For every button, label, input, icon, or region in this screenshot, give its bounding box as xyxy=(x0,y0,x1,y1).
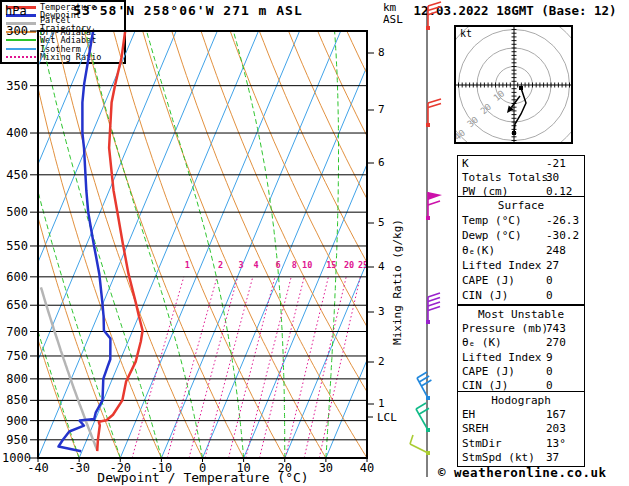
mixing-ratio-value-label: 3 xyxy=(238,260,243,270)
table-row: SREH203 xyxy=(458,422,584,435)
hodograph-marker xyxy=(519,86,523,90)
hodograph-trace xyxy=(514,88,526,133)
mixing-ratio-line xyxy=(205,277,253,458)
temperature-curve xyxy=(97,31,142,451)
temperature-tick-label: -40 xyxy=(21,461,55,475)
mixing-ratio-line xyxy=(189,277,238,458)
table-row-value: 248 xyxy=(546,244,566,257)
pressure-tick-label: 950 xyxy=(2,433,28,447)
km-tick-label: 6 xyxy=(378,156,385,169)
hodograph-ring-label: 30 xyxy=(465,115,480,130)
table-row: Lifted Index27 xyxy=(458,259,584,272)
dewpoint-curve xyxy=(59,31,111,451)
table-row-value: 0 xyxy=(546,365,553,378)
stats-table-surface: SurfaceTemp (°C)-26.3Dewp (°C)-30.2θₑ(K)… xyxy=(457,196,585,305)
table-row-label: CIN (J) xyxy=(462,289,508,302)
table-header: Most Unstable xyxy=(458,308,584,321)
hodograph-unit-label: kt xyxy=(460,28,472,39)
wind-barb xyxy=(416,403,430,432)
wet-adiabat-line xyxy=(326,31,339,458)
valid-time-title: 12.03.2022 18GMT (Base: 12) xyxy=(402,3,628,18)
temperature-tick-label: 10 xyxy=(227,461,261,475)
wind-barb xyxy=(426,99,441,127)
mixing-ratio-axis-title: Mixing Ratio (g/kg) xyxy=(391,219,404,345)
table-header: Surface xyxy=(458,199,584,212)
mixing-ratio-line xyxy=(304,277,346,458)
legend-item: Mixing Ratio xyxy=(2,53,124,61)
table-row: StmSpd (kt)37 xyxy=(458,451,584,464)
table-row: θₑ (K)270 xyxy=(458,336,584,349)
hodograph-ring xyxy=(477,48,551,122)
table-row-value: -21 xyxy=(546,157,566,170)
pressure-tick-label: 450 xyxy=(2,168,28,182)
mixing-ratio-value-label: 8 xyxy=(292,260,297,270)
mixing-ratio-value-label: 6 xyxy=(276,260,281,270)
table-row-label: K xyxy=(462,157,469,170)
isotherm-line xyxy=(38,31,217,458)
pressure-tick-label: 400 xyxy=(2,126,28,140)
table-row: EH167 xyxy=(458,408,584,421)
pressure-tick-label: 800 xyxy=(2,372,28,386)
mixing-ratio-value-label: 1 xyxy=(185,260,190,270)
pressure-tick-label: 850 xyxy=(2,393,28,407)
table-row-label: θₑ(K) xyxy=(462,244,495,257)
pressure-tick-label: 550 xyxy=(2,239,28,253)
legend-swatch-isotherm xyxy=(6,48,36,50)
km-tick-label: 2 xyxy=(378,355,385,368)
table-row-value: 9 xyxy=(546,351,553,364)
hodograph-ring-label: 20 xyxy=(479,102,494,117)
parcel-trajectory-curve xyxy=(41,287,97,450)
table-row-value: 37 xyxy=(546,451,559,464)
wind-barb xyxy=(426,192,442,220)
km-tick-label: 5 xyxy=(378,216,385,229)
plot-border xyxy=(38,31,367,458)
km-tick-label: 8 xyxy=(378,46,385,59)
km-tick-label: 3 xyxy=(378,305,385,318)
mixing-ratio-value-label: 20 xyxy=(344,260,354,270)
temperature-tick-label: 0 xyxy=(186,461,220,475)
mixing-ratio-line xyxy=(285,277,328,458)
mixing-ratio-value-label: 4 xyxy=(254,260,259,270)
pressure-tick-label: 700 xyxy=(2,325,28,339)
pressure-tick-label: 350 xyxy=(2,79,28,93)
table-row: Dewp (°C)-30.2 xyxy=(458,229,584,242)
lcl-label: LCL xyxy=(377,411,397,424)
table-row-value: -26.3 xyxy=(546,214,579,227)
mixing-ratio-line xyxy=(260,277,305,458)
isotherm-line xyxy=(120,31,299,458)
stats-table-most-unstable: Most UnstablePressure (mb)743θₑ (K)270Li… xyxy=(457,305,585,395)
mixing-ratio-line xyxy=(319,277,360,458)
hodograph-arrowhead xyxy=(507,105,514,113)
pressure-tick-label: 900 xyxy=(2,414,28,428)
credit-watermark: © weatheronline.co.uk xyxy=(438,465,607,480)
sounding-screenshot: 1234681015202510203040 hPa 53°58'N 258°0… xyxy=(0,0,629,486)
isotherm-line xyxy=(203,31,382,458)
hodograph-marker xyxy=(512,131,516,135)
mixing-ratio-value-label: 15 xyxy=(326,260,336,270)
mixing-ratio-line xyxy=(246,277,292,458)
legend-swatch-wet-adiabat xyxy=(6,39,36,41)
table-row-value: 13° xyxy=(546,437,566,450)
wet-adiabat-line xyxy=(40,31,161,458)
table-row-value: -30.2 xyxy=(546,229,579,242)
table-row-value: 30 xyxy=(546,171,559,184)
wind-barb xyxy=(417,372,431,400)
table-row-label: EH xyxy=(462,408,475,421)
pressure-tick-label: 650 xyxy=(2,298,28,312)
table-row-label: StmSpd (kt) xyxy=(462,451,535,464)
pressure-tick-label: 300 xyxy=(2,24,28,38)
table-row-label: θₑ (K) xyxy=(462,336,502,349)
table-row: Lifted Index9 xyxy=(458,351,584,364)
table-row-label: Temp (°C) xyxy=(462,214,522,227)
mixing-ratio-value-label: 2 xyxy=(218,260,223,270)
dry-adiabat-line xyxy=(26,31,161,458)
table-row-value: 270 xyxy=(546,336,566,349)
station-title: 53°58'N 258°06'W 271 m ASL xyxy=(38,3,338,18)
table-header: Hodograph xyxy=(458,394,584,407)
table-row: Temp (°C)-26.3 xyxy=(458,214,584,227)
mixing-ratio-line xyxy=(229,277,276,458)
table-row-value: 167 xyxy=(546,408,566,421)
table-row: K-21 xyxy=(458,157,584,170)
table-row-label: CAPE (J) xyxy=(462,274,515,287)
wind-barb xyxy=(410,435,430,455)
